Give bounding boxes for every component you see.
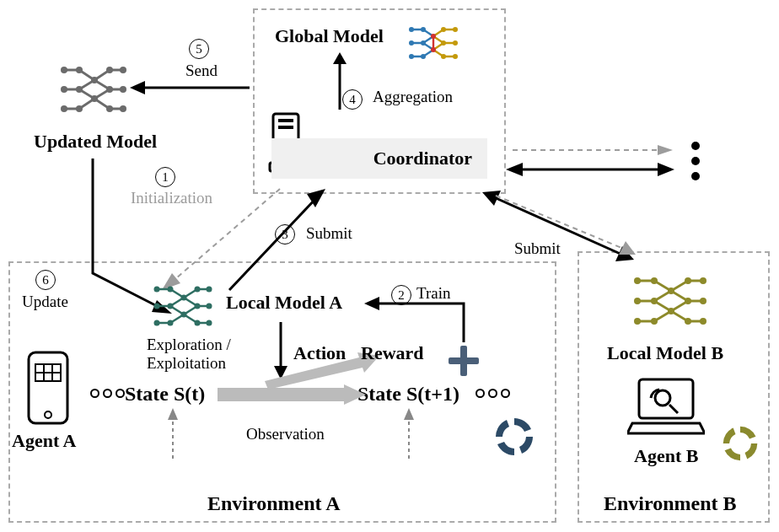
svg-point-52 bbox=[195, 320, 201, 326]
svg-point-98 bbox=[700, 318, 706, 325]
local-model-b-nn-icon bbox=[634, 271, 706, 330]
env-b-label: Environment B bbox=[604, 492, 737, 515]
svg-marker-79 bbox=[658, 145, 673, 155]
svg-rect-61 bbox=[449, 357, 479, 364]
step-5-badge: 5 bbox=[189, 39, 209, 59]
step-4-label: Aggregation bbox=[373, 88, 453, 106]
exploration-label: Exploration / bbox=[147, 336, 231, 354]
svg-point-32 bbox=[120, 67, 126, 73]
svg-marker-77 bbox=[658, 163, 674, 176]
svg-line-40 bbox=[229, 197, 317, 290]
svg-point-51 bbox=[195, 304, 201, 309]
svg-rect-72 bbox=[35, 373, 44, 381]
observation-arrow-left bbox=[165, 408, 180, 462]
svg-point-29 bbox=[106, 67, 113, 73]
svg-point-25 bbox=[76, 86, 83, 93]
global-model-label: Global Model bbox=[275, 25, 384, 47]
svg-point-54 bbox=[207, 304, 212, 309]
svg-point-95 bbox=[685, 318, 691, 325]
state-t-label: State S(t) bbox=[125, 383, 205, 406]
svg-point-26 bbox=[76, 105, 83, 112]
svg-marker-64 bbox=[168, 408, 178, 420]
other-envs-ellipsis-icon bbox=[691, 142, 700, 180]
exploitation-label: Exploitation bbox=[147, 354, 226, 373]
svg-point-34 bbox=[120, 105, 126, 112]
svg-point-92 bbox=[668, 308, 674, 314]
svg-point-8 bbox=[441, 27, 446, 32]
svg-point-1 bbox=[409, 40, 414, 46]
coord-right-dashed-arrow bbox=[509, 142, 674, 159]
svg-point-22 bbox=[61, 86, 67, 93]
step-6-badge: 6 bbox=[35, 270, 56, 290]
svg-point-47 bbox=[168, 320, 174, 326]
updated-model-nn-icon bbox=[61, 62, 126, 117]
svg-point-27 bbox=[91, 77, 98, 83]
svg-point-89 bbox=[651, 298, 658, 304]
local-model-b-label: Local Model B bbox=[607, 342, 723, 364]
svg-point-94 bbox=[685, 298, 691, 304]
svg-point-91 bbox=[668, 287, 674, 294]
svg-rect-15 bbox=[278, 119, 293, 122]
observation-arrow-right bbox=[401, 408, 416, 462]
svg-point-96 bbox=[700, 277, 706, 284]
submit-arrow bbox=[223, 182, 332, 297]
env-a-label: Environment A bbox=[207, 492, 341, 515]
svg-point-45 bbox=[168, 287, 174, 293]
svg-point-43 bbox=[154, 304, 160, 309]
svg-rect-74 bbox=[52, 373, 61, 381]
train-arrow bbox=[361, 295, 470, 349]
local-model-a-label: Local Model A bbox=[226, 292, 342, 314]
observation-label: Observation bbox=[246, 425, 325, 443]
svg-point-86 bbox=[634, 298, 641, 304]
svg-point-100 bbox=[655, 390, 670, 406]
state-t1-ellipsis-icon bbox=[475, 389, 510, 398]
reward-plus-icon bbox=[447, 344, 481, 381]
svg-rect-73 bbox=[44, 373, 52, 381]
svg-point-10 bbox=[441, 54, 446, 59]
svg-point-90 bbox=[651, 318, 658, 325]
svg-point-46 bbox=[168, 304, 174, 309]
local-model-a-nn-icon bbox=[153, 282, 212, 330]
svg-rect-71 bbox=[52, 364, 61, 373]
svg-point-7 bbox=[431, 47, 436, 52]
svg-point-28 bbox=[91, 95, 98, 102]
svg-point-2 bbox=[409, 54, 414, 59]
svg-point-93 bbox=[685, 277, 691, 284]
cycle-b-icon bbox=[720, 423, 760, 467]
agent-b-label: Agent B bbox=[634, 445, 698, 467]
agent-a-label: Agent A bbox=[12, 430, 76, 452]
global-model-nn-icon bbox=[408, 23, 459, 63]
send-arrow bbox=[130, 78, 253, 98]
svg-rect-99 bbox=[639, 379, 693, 418]
step-6-label: Update bbox=[22, 293, 68, 311]
svg-marker-66 bbox=[404, 408, 414, 420]
svg-point-85 bbox=[634, 277, 641, 284]
svg-point-31 bbox=[106, 105, 113, 112]
svg-point-5 bbox=[421, 54, 426, 59]
svg-point-11 bbox=[453, 27, 458, 32]
svg-point-13 bbox=[453, 54, 458, 59]
updated-model-label: Updated Model bbox=[34, 131, 157, 153]
svg-point-24 bbox=[76, 67, 83, 73]
svg-point-53 bbox=[207, 287, 212, 293]
svg-rect-70 bbox=[44, 364, 52, 373]
svg-point-30 bbox=[106, 86, 113, 93]
svg-rect-67 bbox=[29, 352, 67, 423]
cycle-a-icon bbox=[492, 415, 536, 462]
svg-point-97 bbox=[700, 298, 706, 304]
svg-point-4 bbox=[421, 40, 426, 46]
coord-envb-dashed-arrow bbox=[487, 189, 639, 261]
svg-point-88 bbox=[651, 277, 658, 284]
svg-marker-62 bbox=[364, 297, 379, 310]
svg-rect-69 bbox=[35, 364, 44, 373]
svg-marker-20 bbox=[333, 52, 347, 64]
svg-point-33 bbox=[120, 86, 126, 93]
svg-point-50 bbox=[195, 287, 201, 293]
svg-point-44 bbox=[154, 320, 160, 326]
svg-point-12 bbox=[453, 40, 458, 46]
svg-point-9 bbox=[441, 40, 446, 46]
coordinator-label: Coordinator bbox=[271, 138, 487, 179]
submit-b-label: Submit bbox=[514, 239, 561, 258]
svg-marker-76 bbox=[506, 163, 523, 176]
svg-point-21 bbox=[61, 67, 67, 73]
